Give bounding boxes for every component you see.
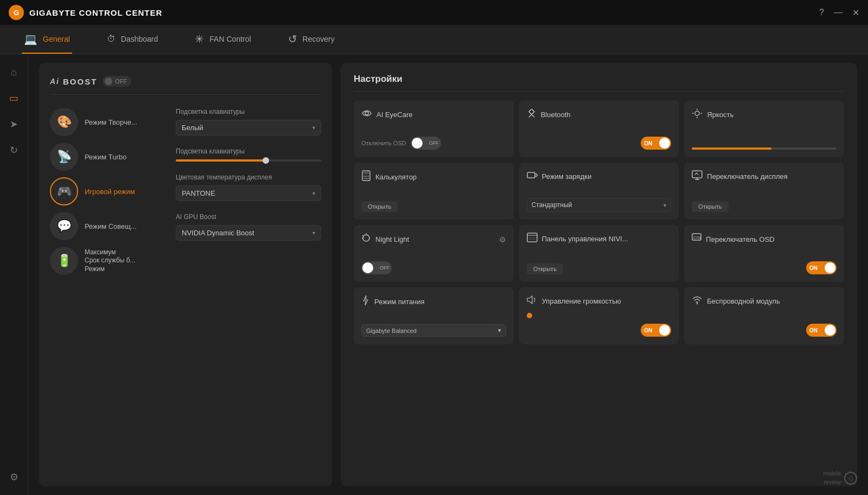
card-power-mode: Режим питания Gigabyte Balanced ▾	[354, 287, 514, 344]
card-calculator-icon	[361, 170, 371, 184]
watermark-icon: ◇	[844, 472, 857, 485]
sidebar-item-home[interactable]: ⌂	[4, 62, 24, 82]
night-light-gear-icon[interactable]: ⚙	[499, 235, 506, 244]
ai-gpu-label: AI GPU Boost	[176, 213, 321, 221]
card-nvidia-icon	[527, 233, 538, 245]
display-color-dropdown[interactable]: PANTONE ▾	[176, 185, 321, 201]
tab-fan-label: FAN Control	[209, 35, 251, 43]
minimize-button[interactable]: —	[834, 8, 843, 17]
tab-recovery-label: Recovery	[303, 35, 335, 43]
content-area: Ai BOOST OFF 🎨 Режим Творче...	[28, 54, 868, 495]
bluetooth-toggle-container	[527, 137, 672, 150]
wifi-toggle[interactable]	[806, 324, 837, 337]
card-charge-mode-header: Режим зарядки	[527, 170, 672, 183]
watermark: mobilereview ◇	[824, 470, 857, 486]
ai-gpu-value: NVIDIA Dynamic Boost	[182, 229, 254, 237]
sidebar-item-display[interactable]: ▭	[4, 88, 24, 108]
svg-point-10	[368, 176, 369, 177]
calculator-open-btn[interactable]: Открыть	[361, 201, 398, 212]
keyboard-backlight-slider-thumb	[263, 157, 269, 164]
card-nvidia: Панель управления NIVI... Открыть	[519, 225, 679, 282]
keyboard-backlight-group1: Подсветка клавиатуры Белый ▾	[176, 108, 321, 136]
card-volume-icon	[527, 295, 538, 307]
power-mode-value: Gigabyte Balanced	[366, 327, 417, 334]
power-mode-arrow-icon: ▾	[498, 327, 501, 334]
card-wifi: Беспроводной модуль	[684, 287, 844, 344]
volume-slider-row	[527, 313, 672, 318]
mode-turbo[interactable]: 📡 Режим Turbo	[50, 143, 158, 171]
ai-gpu-dropdown[interactable]: NVIDIA Dynamic Boost ▾	[176, 225, 321, 241]
mode-creative-icon: 🎨	[50, 108, 78, 136]
svg-point-8	[364, 176, 365, 177]
keyboard-backlight-dropdown[interactable]: Белый ▾	[176, 120, 321, 136]
card-ai-eyecare-icon	[361, 108, 372, 121]
brightness-track	[692, 147, 837, 150]
close-button[interactable]: ✕	[852, 8, 859, 18]
mode-list-area: 🎨 Режим Творче... 📡 Режим Turbo	[50, 108, 321, 275]
volume-toggle[interactable]	[641, 324, 671, 337]
mode-creative[interactable]: 🎨 Режим Творче...	[50, 108, 158, 136]
tab-recovery[interactable]: ↺ Recovery	[286, 25, 337, 54]
mode-turbo-icon: 📡	[50, 143, 78, 171]
ai-eyecare-toggle-knob	[412, 138, 423, 149]
card-night-light-content	[361, 250, 506, 274]
modes-column: 🎨 Режим Творче... 📡 Режим Turbo	[50, 108, 158, 275]
keyboard-backlight-label2: Подсветка клавиатуры	[176, 147, 321, 155]
tab-dashboard[interactable]: ⏱ Dashboard	[105, 25, 161, 54]
ai-eyecare-toggle-label: Отключить OSD	[361, 140, 406, 146]
charge-mode-value: Стандартный	[532, 201, 572, 209]
card-wifi-header: Беспроводной модуль	[692, 295, 837, 307]
svg-rect-7	[363, 172, 369, 174]
card-power-mode-header: Режим питания	[361, 295, 506, 308]
osd-switch-toggle[interactable]	[806, 261, 837, 274]
tab-general[interactable]: 💻 General	[22, 25, 72, 54]
display-color-label: Цветовая температура дисплея	[176, 173, 321, 181]
card-osd-switch-header: OSD Переключатель OSD	[692, 233, 837, 246]
card-osd-switch-content	[692, 250, 837, 274]
mode-meeting[interactable]: 💬 Режим Совещ...	[50, 212, 158, 240]
charge-mode-arrow-icon: ▾	[663, 202, 666, 208]
brightness-fill	[692, 147, 771, 150]
night-light-toggle[interactable]	[361, 261, 392, 274]
charge-mode-dropdown[interactable]: Стандартный ▾	[527, 198, 672, 212]
card-display-switch-header: Переключатель дисплея	[692, 170, 837, 183]
card-brightness: Яркость	[684, 100, 844, 157]
svg-text:OSD: OSD	[693, 235, 701, 240]
sidebar-item-settings[interactable]: ⚙	[4, 467, 24, 487]
card-bluetooth-icon	[527, 108, 537, 121]
card-volume-content	[527, 312, 672, 337]
keyboard-backlight-group2: Подсветка клавиатуры	[176, 147, 321, 162]
sidebar-item-arrow[interactable]: ➤	[4, 114, 24, 134]
right-panel: Настройки AI EyeCare Отключить OSD	[341, 63, 857, 486]
settings-title: Настройки	[354, 74, 844, 92]
keyboard-backlight-slider-track[interactable]	[176, 159, 321, 162]
card-brightness-header: Яркость	[692, 108, 837, 121]
nvidia-open-btn[interactable]: Открыть	[527, 263, 563, 274]
brightness-slider[interactable]	[692, 147, 837, 150]
svg-point-13	[368, 178, 369, 179]
settings-column: Подсветка клавиатуры Белый ▾ Подсветка к…	[167, 108, 321, 275]
svg-point-1	[695, 111, 699, 115]
sidebar-item-refresh[interactable]: ↻	[4, 140, 24, 160]
ai-boost-toggle[interactable]: OFF	[103, 76, 131, 87]
card-night-light-header: Night Light ⚙	[361, 233, 506, 246]
card-brightness-icon	[692, 108, 703, 121]
tab-fan[interactable]: ✳ FAN Control	[193, 25, 253, 54]
card-wifi-title: Беспроводной модуль	[707, 297, 780, 305]
card-power-mode-content: Gigabyte Balanced ▾	[361, 313, 506, 337]
help-button[interactable]: ?	[819, 8, 824, 17]
display-switch-open-btn[interactable]: Открыть	[692, 201, 728, 212]
title-bar-left: G GIGABYTE CONTROL CENTER	[9, 5, 162, 20]
ai-gpu-group: AI GPU Boost NVIDIA Dynamic Boost ▾	[176, 213, 321, 241]
card-nvidia-content: Открыть	[527, 249, 672, 274]
mode-game[interactable]: 🎮 Игровой режим	[50, 177, 158, 205]
volume-dot	[527, 313, 532, 318]
wifi-toggle-container	[692, 324, 837, 337]
mode-battery[interactable]: 🔋 МаксимумСрок службы б...Режим	[50, 247, 158, 275]
bluetooth-toggle[interactable]	[641, 137, 671, 150]
ai-eyecare-toggle[interactable]	[411, 137, 441, 150]
app-logo: G	[9, 5, 24, 20]
display-color-value: PANTONE	[182, 189, 215, 197]
power-mode-dropdown[interactable]: Gigabyte Balanced ▾	[361, 324, 506, 337]
card-charge-mode-title: Режим зарядки	[542, 172, 592, 181]
